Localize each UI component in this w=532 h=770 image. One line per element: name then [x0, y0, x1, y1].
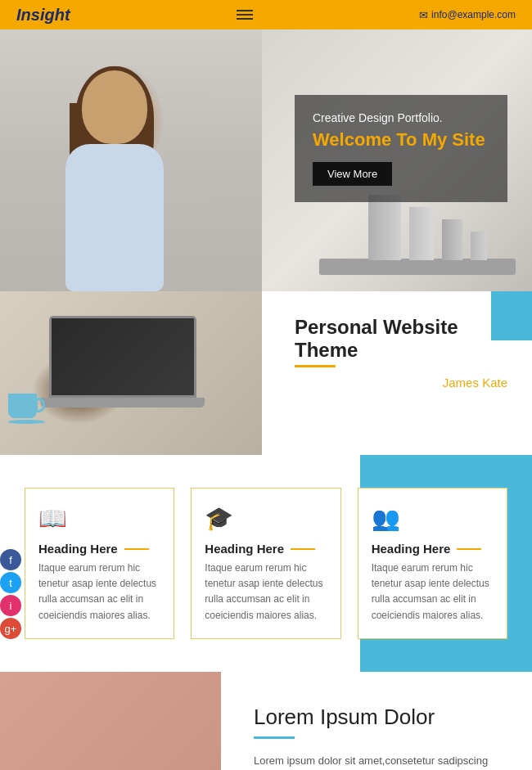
arch-building-4 — [471, 232, 487, 260]
about2-text: Lorem ipsum dolor sit amet,consetetur sa… — [254, 752, 507, 770]
hero-section: Creative Design Portfolio. Welcome To My… — [0, 29, 532, 291]
about-title: Personal Website Theme — [295, 316, 507, 362]
arch-building-2 — [409, 207, 434, 260]
services-section: 📖 Heading Here Itaque earum rerum hic te… — [0, 455, 532, 672]
laptop-screen-inner — [52, 318, 194, 395]
hero-subtitle: Creative Design Portfolio. — [313, 111, 489, 124]
hero-person-bg — [0, 29, 262, 291]
service-text-2: Itaque earum rerum hic tenetur asap ient… — [205, 561, 327, 624]
about2-title: Lorem Ipsum Dolor — [254, 705, 507, 730]
social-twitter-button[interactable]: t — [0, 572, 21, 593]
about2-section: Lorem Ipsum Dolor Lorem ipsum dolor sit … — [0, 672, 532, 770]
about-image-inner — [0, 291, 262, 455]
service-heading-line-2 — [291, 548, 315, 550]
about2-divider — [254, 736, 295, 739]
about2-image-inner — [0, 672, 221, 770]
about2-content: Lorem Ipsum Dolor Lorem ipsum dolor sit … — [221, 672, 532, 770]
about-image — [0, 291, 262, 455]
social-facebook-button[interactable]: f — [0, 549, 21, 570]
social-instagram-button[interactable]: i — [0, 595, 21, 616]
coffee-cup-handle — [35, 398, 45, 412]
service-card-2: 🎓 Heading Here Itaque earum rerum hic te… — [191, 488, 340, 639]
service-icon-1: 📖 — [38, 505, 160, 532]
hero-title: Welcome To My Site — [313, 129, 489, 151]
coffee-saucer — [8, 420, 45, 424]
laptop-base — [41, 398, 205, 408]
hero-button[interactable]: View More — [313, 162, 392, 186]
service-heading-line-3 — [457, 548, 481, 550]
laptop-illustration — [41, 316, 205, 430]
architecture-model — [319, 193, 516, 275]
service-heading-3: Heading Here — [372, 542, 494, 556]
about-section: Personal Website Theme James Kate — [0, 291, 532, 455]
person-head — [82, 70, 147, 144]
logo: Insight — [16, 6, 70, 25]
service-icon-2: 🎓 — [205, 505, 327, 532]
service-heading-line-1 — [124, 548, 149, 550]
service-text-1: Itaque earum rerum hic tenetur asap ient… — [38, 561, 160, 624]
service-heading-2: Heading Here — [205, 542, 327, 556]
hero-background: Creative Design Portfolio. Welcome To My… — [0, 29, 532, 291]
service-card-1: 📖 Heading Here Itaque earum rerum hic te… — [25, 488, 174, 639]
arch-building-3 — [442, 219, 462, 260]
service-text-3: Itaque earum rerum hic tenetur asap ient… — [372, 561, 494, 624]
coffee-cup-body — [8, 394, 37, 418]
person-body — [65, 144, 164, 291]
coffee-cup-illustration — [8, 394, 45, 426]
hero-person-area — [0, 29, 262, 291]
person-shape — [25, 54, 205, 291]
social-sidebar: f t i g+ — [0, 549, 21, 639]
arch-building-1 — [368, 195, 401, 260]
about2-image — [0, 672, 221, 770]
header: Insight info@example.com — [0, 0, 532, 29]
social-google-button[interactable]: g+ — [0, 618, 21, 639]
blue-accent-block — [491, 291, 532, 340]
laptop-screen — [49, 316, 196, 398]
header-email[interactable]: info@example.com — [419, 9, 516, 21]
service-card-3: 👥 Heading Here Itaque earum rerum hic te… — [358, 488, 507, 639]
about-divider — [295, 365, 336, 367]
about-author: James Kate — [295, 376, 507, 390]
service-icon-3: 👥 — [372, 505, 494, 532]
arch-base — [319, 259, 516, 275]
menu-button[interactable] — [237, 10, 253, 20]
service-heading-1: Heading Here — [38, 542, 160, 556]
hero-overlay: Creative Design Portfolio. Welcome To My… — [295, 95, 507, 202]
